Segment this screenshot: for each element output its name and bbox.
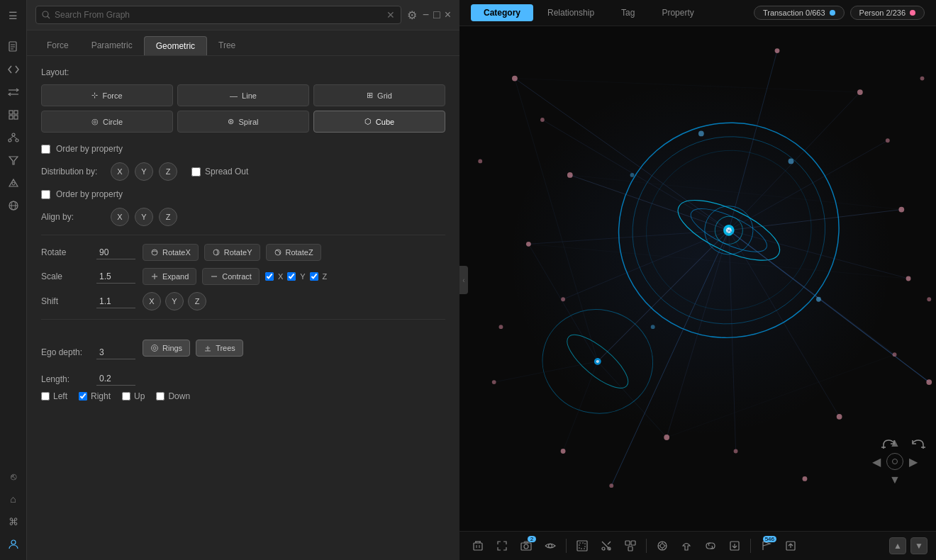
svg-point-90 [926,379,932,385]
camera-tool-button[interactable]: 2 [516,536,536,556]
tab-tree[interactable]: Tree [207,36,247,55]
shift-x-button[interactable]: X [143,292,161,310]
visibility-tool-button[interactable] [540,536,560,556]
transaction-badge[interactable]: Transaction 0/663 [754,6,845,20]
graph-tab-relationship[interactable]: Relationship [535,4,607,21]
nav-right-arrow[interactable]: ▶ [905,453,922,470]
grid-icon[interactable] [4,105,23,125]
align-y-button[interactable]: Y [135,208,153,226]
import-tool-button[interactable] [725,536,745,556]
br-arrow-down-right[interactable]: ▼ [910,537,927,554]
globe-icon[interactable] [4,196,23,215]
nav-center[interactable] [886,453,903,470]
cut-tool-button[interactable] [596,536,616,556]
filter-icon[interactable] [4,150,23,170]
spread-out-checkbox[interactable] [191,167,201,177]
shift-input[interactable] [96,295,135,308]
search-settings-icon[interactable]: ⚙ [407,9,417,22]
person-badge[interactable]: Person 2/236 [850,6,925,20]
collapse-handle[interactable]: ‹ [459,266,468,294]
order-property-1-checkbox[interactable] [41,145,50,154]
export-tool-button[interactable] [781,536,801,556]
expand-layout-button[interactable] [492,536,512,556]
menu-icon[interactable]: ☰ [4,6,23,26]
minimize-button[interactable]: − [423,9,429,21]
code-icon[interactable] [4,60,23,79]
rotate-z-button[interactable]: RotateZ [266,244,321,261]
br-arrow-up-left[interactable]: ▲ [889,537,906,554]
hierarchy-icon[interactable] [4,128,23,147]
layout-line-button[interactable]: — Line [177,84,309,106]
layout-grid-button[interactable]: ⊞ Grid [313,84,445,106]
graph-tab-property[interactable]: Property [649,4,706,21]
triangle-icon[interactable] [4,173,23,193]
tab-parametric[interactable]: Parametric [80,36,144,55]
share-icon[interactable]: ⎋ [4,466,23,486]
rings-button[interactable]: Rings [143,340,190,357]
rotate-x-button[interactable]: RotateX [143,244,199,261]
dir-right-label[interactable]: Right [91,391,111,401]
rotate-y-button[interactable]: RotateY [204,244,260,261]
graph-tab-tag[interactable]: Tag [608,4,647,21]
tab-geometric[interactable]: Geometric [144,36,207,55]
rotate-right-icon[interactable] [910,437,926,453]
dir-up-checkbox[interactable] [122,392,130,401]
align-x-button[interactable]: X [111,208,129,226]
layout-spiral-button[interactable]: ⊛ Spiral [177,111,309,133]
link-tool-button[interactable] [701,536,720,556]
rotate-left-icon[interactable] [881,437,896,453]
search-clear-button[interactable]: ✕ [386,9,395,21]
trees-button[interactable]: Trees [196,340,243,357]
dir-down-label[interactable]: Down [168,391,190,401]
dist-x-button[interactable]: X [111,162,129,181]
graph-canvas[interactable]: ▲ ◀ ▶ ▼ [459,26,936,531]
close-button[interactable]: × [445,9,451,21]
scale-x-label[interactable]: X [278,272,283,281]
contract-button[interactable]: Contract [202,268,260,285]
shift-y-button[interactable]: Y [165,292,184,310]
nav-down-arrow[interactable]: ▼ [886,471,903,488]
flag-tool-button[interactable]: 546 [757,536,776,556]
merge-tool-button[interactable] [620,536,640,556]
scale-y-label[interactable]: Y [300,272,305,281]
pin-tool-button[interactable] [676,536,696,556]
rotate-input[interactable] [96,246,135,259]
order-property-1-label[interactable]: Order by property [56,144,123,154]
scale-y-checkbox[interactable] [287,272,296,281]
dir-up-label[interactable]: Up [134,391,145,401]
scale-z-label[interactable]: Z [323,272,328,281]
graph-tab-category[interactable]: Category [471,4,533,21]
maximize-button[interactable]: □ [433,9,440,21]
spread-out-label[interactable]: Spread Out [205,167,248,177]
order-property-2-label[interactable]: Order by property [56,189,123,199]
target-tool-button[interactable] [652,536,672,556]
nav-left-arrow[interactable]: ◀ [868,453,885,470]
scale-z-checkbox[interactable] [310,272,318,281]
document-icon[interactable] [4,37,23,57]
home-icon[interactable]: ⌂ [4,489,23,509]
order-property-2-checkbox[interactable] [41,190,50,199]
arrows-icon[interactable] [4,82,23,102]
dir-left-label[interactable]: Left [53,391,67,401]
dist-z-button[interactable]: Z [159,162,177,181]
layout-force-button[interactable]: ⊹ Force [41,84,173,106]
dir-down-checkbox[interactable] [156,392,165,401]
scale-x-checkbox[interactable] [265,272,274,281]
scale-input[interactable] [96,270,135,284]
layout-circle-button[interactable]: ◎ Circle [41,111,173,133]
dir-left-checkbox[interactable] [41,392,50,401]
select-tool-button[interactable] [572,536,592,556]
length-input[interactable] [96,372,135,386]
shift-z-button[interactable]: Z [188,292,206,310]
ego-depth-input[interactable] [96,346,135,359]
command-icon[interactable]: ⌘ [4,512,23,532]
expand-button[interactable]: Expand [143,268,196,285]
delete-tool-button[interactable] [468,536,488,556]
layout-cube-button[interactable]: ⬡ Cube [313,111,445,133]
dist-y-button[interactable]: Y [135,162,153,181]
tab-force[interactable]: Force [35,36,80,55]
dir-right-checkbox[interactable] [79,392,87,401]
search-input[interactable] [55,10,382,20]
person-icon[interactable] [4,534,23,554]
align-z-button[interactable]: Z [159,208,177,226]
